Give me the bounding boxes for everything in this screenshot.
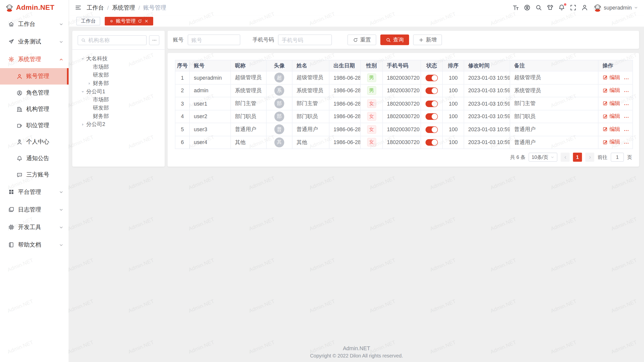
caret-right-icon[interactable] [80,122,85,127]
search-icon[interactable] [535,4,542,11]
menu-collapse-icon[interactable] [75,4,82,11]
goto-page-input[interactable] [611,153,624,162]
sidebar-item-position-mgmt[interactable]: 职位管理 [0,117,69,134]
edit-button[interactable]: 编辑 [602,74,620,81]
chevron-down-icon [59,189,64,194]
theme-icon[interactable] [547,4,554,11]
user-menu[interactable]: superadmin [593,4,638,12]
cpu-icon [8,224,14,230]
next-page-button[interactable] [585,153,594,162]
table-card: 序号账号昵称头像姓名出生日期性别手机号码状态排序修改时间备注操作 1supera… [168,53,639,167]
sidebar-item-dev-tools[interactable]: 开发工具 [0,218,69,236]
row-more-button[interactable] [623,76,629,82]
sidebar-item-account-mgmt[interactable]: 账号管理 [0,68,69,84]
tree-node[interactable]: 财务部 [72,112,165,120]
row-more-button[interactable] [623,115,629,120]
table-row: 4user2部门职员部部门职员1986-06-28女18020030720100… [175,110,633,123]
avatar-badge: 系 [274,86,284,96]
org-search-input[interactable] [78,35,147,45]
bell-icon[interactable] [558,4,565,11]
footer-copyright: Copyright © 2022 Dilon All rights reserv… [69,352,644,359]
user-icon [16,73,22,79]
edit-button[interactable]: 编辑 [602,100,620,107]
sidebar-item-notice[interactable]: 通知公告 [0,150,69,167]
caret-right-icon[interactable] [80,89,85,94]
breadcrumb-item[interactable]: 系统管理 [112,4,135,11]
column-header-birthdate: 出生日期 [329,60,360,71]
close-icon[interactable] [144,19,149,23]
edit-button[interactable]: 编辑 [602,87,620,94]
right-column: 账号 手机号码 重置 查询 新增 [168,31,639,166]
status-toggle[interactable] [425,100,438,107]
row-more-button[interactable] [623,141,629,146]
font-size-icon[interactable] [512,4,519,11]
footer: Admin.NET Copyright © 2022 Dilon All rig… [69,345,644,359]
row-more-button[interactable] [623,127,629,133]
tree-node[interactable]: 研发部 [72,104,165,112]
breadcrumb-item[interactable]: 工作台 [87,4,104,11]
tab-account-mgmt[interactable]: 账号管理 [105,17,153,25]
user-icon[interactable] [581,4,588,11]
app-logo[interactable]: Admin.NET [0,0,69,15]
gender-badge: 女 [367,112,376,121]
status-toggle[interactable] [425,126,438,133]
sidebar-item-workbench[interactable]: 工作台 [0,15,69,33]
fullscreen-icon[interactable] [570,4,577,11]
chevron-down-icon [59,22,64,27]
status-toggle[interactable] [425,139,438,146]
status-toggle[interactable] [425,113,438,120]
page-size-select[interactable]: 10条/页 [529,153,557,162]
refresh-icon[interactable] [138,19,142,23]
building-icon [16,106,22,112]
page-1-button[interactable]: 1 [573,153,582,162]
phone-filter-input[interactable] [278,34,332,45]
tab-workbench[interactable]: 工作台 [76,17,100,25]
sidebar-item-business-test[interactable]: 业务测试 [0,33,69,51]
row-more-button[interactable] [623,102,629,108]
row-more-button[interactable] [623,89,629,95]
tree-node[interactable]: 市场部 [72,96,165,104]
add-button[interactable]: 新增 [413,34,442,45]
status-toggle[interactable] [425,74,438,81]
edit-icon [602,140,608,145]
table-row: 5user3普通用户普普通用户1986-06-28女18020030720100… [175,123,633,136]
gender-badge: 女 [367,138,376,147]
tree-node[interactable]: 财务部 [72,79,165,87]
edit-button[interactable]: 编辑 [602,113,620,120]
status-toggle[interactable] [425,87,438,94]
sidebar-item-third-account[interactable]: 三方账号 [0,167,69,183]
chevron-down-icon [59,207,64,212]
sidebar-item-org-mgmt[interactable]: 机构管理 [0,101,69,117]
sidebar-item-platform-mgmt[interactable]: 平台管理 [0,183,69,201]
column-header-status: 状态 [421,60,443,71]
home-icon [8,21,14,27]
org-more-button[interactable] [149,35,159,45]
org-panel-header [72,31,165,50]
tree-node[interactable]: 分公司2 [72,120,165,128]
column-header-action: 操作 [598,60,633,71]
reset-button[interactable]: 重置 [347,34,376,45]
plus-icon [419,37,424,42]
sidebar-item-role-mgmt[interactable]: 角色管理 [0,84,69,101]
sidebar-item-log-mgmt[interactable]: 日志管理 [0,201,69,218]
sidebar-item-personal-center[interactable]: 个人中心 [0,134,69,150]
edit-button[interactable]: 编辑 [602,125,620,133]
account-filter-input[interactable] [188,34,240,45]
tree-node[interactable]: 分公司1 [72,87,165,96]
avatar [593,4,602,12]
query-button[interactable]: 查询 [380,34,409,45]
caret-right-icon[interactable] [80,56,85,61]
edit-button[interactable]: 编辑 [602,139,620,146]
caret-right-icon[interactable] [87,81,92,85]
chevron-down-icon [59,39,64,44]
gender-badge: 女 [367,125,376,134]
tree-node[interactable]: 研发部 [72,71,165,79]
total-count: 共 6 条 [510,154,526,161]
tree-node[interactable]: 市场部 [72,63,165,71]
sidebar-item-help-docs[interactable]: 帮助文档 [0,236,69,254]
prev-page-button[interactable] [561,153,570,162]
chevron-right-icon [588,155,592,159]
tree-node[interactable]: 大名科技 [72,55,165,63]
language-icon[interactable] [524,4,531,11]
sidebar-item-system-mgmt[interactable]: 系统管理 [0,51,69,68]
